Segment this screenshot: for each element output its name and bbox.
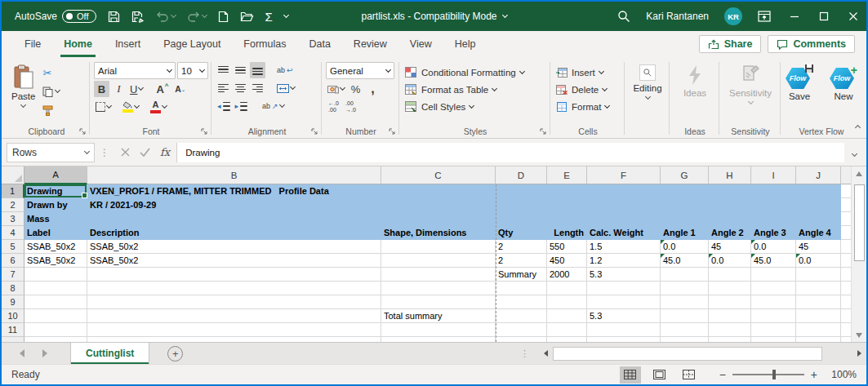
- cell-G2[interactable]: [661, 198, 709, 212]
- column-header-A[interactable]: A: [24, 166, 87, 184]
- cell-F9[interactable]: [587, 295, 661, 309]
- zoom-slider[interactable]: [732, 374, 804, 375]
- cell-J8[interactable]: [796, 282, 841, 295]
- cell-C10[interactable]: Total summary: [381, 309, 496, 323]
- cell-I6[interactable]: 45.0: [751, 254, 796, 268]
- cell-I3[interactable]: [751, 212, 796, 226]
- cell-J11[interactable]: [796, 323, 841, 337]
- tab-home[interactable]: Home: [52, 31, 104, 57]
- row-header-9[interactable]: 9: [2, 295, 24, 309]
- insert-cells-button[interactable]: Insert: [554, 64, 605, 81]
- cell-B8[interactable]: [87, 282, 381, 295]
- undo-dropdown-icon[interactable]: [170, 12, 176, 18]
- page-break-view-button[interactable]: [679, 366, 700, 384]
- cell-E2[interactable]: [547, 198, 587, 212]
- row-header-4[interactable]: 4: [2, 226, 24, 240]
- cell-D3[interactable]: [496, 212, 547, 226]
- column-header-B[interactable]: B: [87, 166, 381, 184]
- copy-button[interactable]: [40, 83, 62, 100]
- ideas-button[interactable]: Ideas: [679, 60, 711, 101]
- align-left-button[interactable]: [216, 80, 231, 96]
- cell-B11[interactable]: [87, 323, 381, 337]
- expand-formula-bar-icon[interactable]: [844, 147, 865, 158]
- zoom-in-icon[interactable]: +: [811, 368, 817, 381]
- alignment-dialog-launcher[interactable]: [311, 128, 318, 135]
- autosave-toggle[interactable]: AutoSave Off: [15, 10, 96, 23]
- cell-D4[interactable]: Qty: [496, 226, 547, 240]
- cell-B2[interactable]: KR / 2021-09-29: [87, 198, 381, 212]
- formula-input[interactable]: Drawing: [176, 143, 844, 162]
- cell-G8[interactable]: [661, 282, 709, 295]
- cell-G7[interactable]: [661, 268, 709, 282]
- tabbar-splitter[interactable]: ⋮: [520, 348, 530, 359]
- cell-F8[interactable]: [587, 282, 661, 295]
- cell-E10[interactable]: [547, 309, 587, 323]
- cell-H7[interactable]: [709, 268, 751, 282]
- cell-I4[interactable]: Angle 3: [751, 226, 796, 240]
- cell-E7[interactable]: 2000: [547, 268, 587, 282]
- cell-C6[interactable]: [381, 254, 496, 268]
- cell-C1[interactable]: [381, 184, 496, 198]
- normal-view-button[interactable]: [620, 366, 641, 384]
- cell-J2[interactable]: [796, 198, 841, 212]
- flow-save-button[interactable]: Flow Save: [781, 60, 818, 104]
- tab-data[interactable]: Data: [297, 31, 341, 57]
- row-header-2[interactable]: 2: [2, 198, 24, 212]
- vertical-scrollbar-thumb[interactable]: [854, 184, 865, 261]
- cell-H8[interactable]: [709, 282, 751, 295]
- select-all-corner[interactable]: [2, 166, 24, 184]
- cell-E8[interactable]: [547, 282, 587, 295]
- cell-I10[interactable]: [751, 309, 796, 323]
- scroll-up-icon[interactable]: [852, 166, 867, 180]
- cell-D9[interactable]: [496, 295, 547, 309]
- cell-A8[interactable]: [24, 282, 87, 295]
- cell-F4[interactable]: Calc. Weight: [587, 226, 661, 240]
- cell-B4[interactable]: Description: [87, 226, 381, 240]
- ribbon-display-options-icon[interactable]: [758, 11, 771, 22]
- scroll-down-icon[interactable]: [852, 328, 867, 342]
- row-header-7[interactable]: 7: [2, 268, 24, 282]
- cell-H6[interactable]: 0.0: [709, 254, 751, 268]
- enter-icon[interactable]: [140, 148, 150, 157]
- redo-dropdown-icon[interactable]: [201, 12, 207, 18]
- cell-H10[interactable]: [709, 309, 751, 323]
- column-header-G[interactable]: G: [661, 166, 709, 184]
- new-document-icon[interactable]: [218, 11, 229, 23]
- sheet-tab-cuttinglist[interactable]: Cuttinglist: [70, 343, 149, 364]
- cell-G9[interactable]: [661, 295, 709, 309]
- column-header-C[interactable]: C: [381, 166, 496, 184]
- cell-I11[interactable]: [751, 323, 796, 337]
- cell-B3[interactable]: [87, 212, 381, 226]
- scroll-right-icon[interactable]: [852, 343, 866, 364]
- merge-center-button[interactable]: [275, 80, 296, 96]
- tab-help[interactable]: Help: [443, 31, 487, 57]
- cell-D5[interactable]: 2: [496, 240, 547, 254]
- tab-formulas[interactable]: Formulas: [232, 31, 297, 57]
- font-dialog-launcher[interactable]: [201, 128, 208, 135]
- cell-J9[interactable]: [796, 295, 841, 309]
- conditional-formatting-button[interactable]: Conditional Formatting: [403, 64, 526, 81]
- name-box[interactable]: Rows: [7, 143, 95, 162]
- column-header-H[interactable]: H: [709, 166, 751, 184]
- formula-bar-handle[interactable]: ⋮: [100, 147, 109, 158]
- cell-G11[interactable]: [661, 323, 709, 337]
- cell-F5[interactable]: 1.5: [587, 240, 661, 254]
- cell-J3[interactable]: [796, 212, 841, 226]
- cell-J4[interactable]: Angle 4: [796, 226, 841, 240]
- cell-C11[interactable]: [381, 323, 496, 337]
- styles-dialog-launcher[interactable]: [540, 128, 547, 135]
- cell-A4[interactable]: Label: [24, 226, 87, 240]
- cell-styles-button[interactable]: Cell Styles: [403, 98, 475, 115]
- cell-C8[interactable]: [381, 282, 496, 295]
- cell-E3[interactable]: [547, 212, 587, 226]
- decrease-decimal-button[interactable]: .00 →.0: [343, 99, 358, 115]
- delete-cells-button[interactable]: Delete: [554, 81, 608, 98]
- zoom-level[interactable]: 100%: [826, 369, 857, 380]
- number-dialog-launcher[interactable]: [389, 128, 396, 135]
- user-name[interactable]: Kari Rantanen: [646, 11, 709, 22]
- decrease-font-button[interactable]: Aˇ: [171, 81, 187, 97]
- cell-J6[interactable]: 0.0: [796, 254, 841, 268]
- tab-view[interactable]: View: [398, 31, 443, 57]
- close-icon[interactable]: [848, 11, 858, 21]
- cell-G6[interactable]: 45.0: [661, 254, 709, 268]
